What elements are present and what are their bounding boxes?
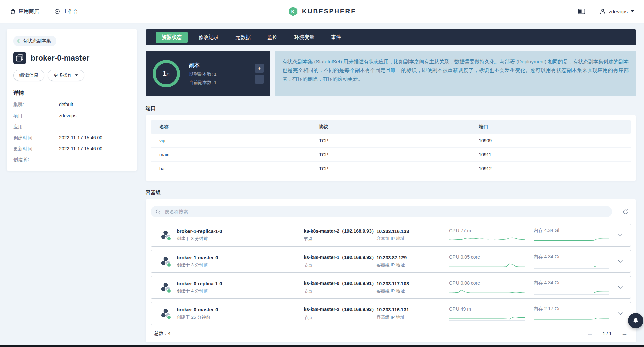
pod-node: ks-k8s-master-1（192.168.9.92）	[304, 255, 377, 261]
workbench-icon	[54, 9, 60, 14]
pods-search-row	[151, 206, 631, 217]
toolbox-icon[interactable]	[578, 9, 585, 14]
pod-cpu-col: CPU 0.08 core	[449, 280, 533, 294]
pod-icon	[159, 228, 172, 242]
pod-ip: 10.233.87.129	[376, 255, 449, 260]
sidebar-actions: 编辑信息 更多操作	[13, 70, 130, 81]
app-store-icon	[10, 9, 16, 14]
tab-label: 监控	[267, 34, 277, 41]
increase-replica-button[interactable]: +	[255, 64, 264, 73]
pod-name[interactable]: broker-1-replica-1-0	[177, 229, 304, 234]
tab[interactable]: 元数据	[229, 32, 257, 43]
navbar-left: 应用商店 工作台	[10, 8, 78, 15]
user-icon	[600, 8, 606, 14]
memory-sparkline	[534, 235, 609, 242]
detail-tabbar: 资源状态 修改记录 元数据 监控 环境变量 事件	[146, 29, 636, 45]
pod-memory-col: 内存 4.34 Gi	[534, 280, 618, 295]
tab[interactable]: 监控	[261, 32, 283, 43]
ports-table-body: vip TCP 10909 main TCP 10911 ha TCP 1091…	[151, 134, 631, 176]
edit-info-button[interactable]: 编辑信息	[13, 70, 44, 81]
detail-row: 项目: zdevops	[13, 113, 130, 119]
chevron-down-icon[interactable]	[618, 234, 623, 236]
details-list: 集群: default 项目: zdevops 应用: - 创建时间: 2022…	[13, 101, 130, 163]
pod-name-col: broker-0-master-0 创建于 25 分钟前	[177, 307, 304, 320]
port-name: main	[159, 152, 319, 157]
user-menu[interactable]: zdevops	[600, 8, 634, 14]
pod-node-col: ks-k8s-master-1（192.168.9.92） 节点	[304, 255, 377, 268]
detail-row: 集群: default	[13, 101, 130, 108]
detail-value: zdevops	[59, 113, 76, 119]
back-to-statefulsets[interactable]: 有状态副本集	[13, 36, 56, 46]
statefulset-info-tip: 有状态副本集 (StatefulSet) 用来描述有状态应用，比如副本之间有主从…	[275, 51, 636, 96]
ports-table-header: 名称 协议 端口	[151, 120, 631, 134]
prev-page-icon[interactable]: ←	[587, 330, 593, 337]
kubesphere-logo[interactable]: K KUBESPHERE	[288, 6, 356, 17]
pod-memory-col: 内存 4.34 Gi	[534, 254, 618, 269]
port-row: vip TCP 10909	[151, 134, 631, 148]
replica-donut: 1 /1	[152, 60, 180, 88]
pod-name[interactable]: broker-0-replica-1-0	[177, 281, 304, 286]
chevron-left-icon	[17, 39, 20, 43]
pod-node: ks-k8s-master-0（192.168.9.91）	[304, 281, 377, 287]
pod-ip-label: 容器组 IP 地址	[376, 314, 449, 320]
tab[interactable]: 事件	[325, 32, 347, 43]
detail-value: -	[59, 124, 61, 130]
pod-search-input[interactable]	[164, 209, 607, 215]
port-row: main TCP 10911	[151, 148, 631, 162]
nav-workbench[interactable]: 工作台	[54, 8, 78, 15]
pod-memory-value: 内存 4.34 Gi	[534, 228, 618, 234]
decrease-replica-button[interactable]: −	[255, 75, 264, 84]
nav-app-store[interactable]: 应用商店	[10, 8, 39, 15]
replica-count-total: /1	[167, 72, 170, 77]
tab[interactable]: 资源状态	[156, 32, 188, 43]
tab[interactable]: 修改记录	[193, 32, 225, 43]
pod-created-time: 创建于 25 分钟前	[177, 314, 304, 320]
username: zdevops	[609, 9, 628, 14]
cpu-sparkline	[449, 235, 525, 242]
pod-ip: 10.233.116.131	[376, 307, 449, 313]
pod-name-col: broker-1-master-0 创建于 3 分钟前	[177, 255, 304, 268]
pod-search-box[interactable]	[151, 206, 612, 217]
replica-count: 1 /1	[152, 60, 180, 88]
pod-list: broker-1-replica-1-0 创建于 3 分钟前 ks-k8s-ma…	[151, 224, 631, 325]
pod-row[interactable]: broker-0-master-0 创建于 25 分钟前 ks-k8s-mast…	[151, 302, 631, 325]
nav-workbench-label: 工作台	[63, 8, 78, 15]
pod-memory-value: 内存 4.34 Gi	[534, 280, 618, 286]
tab-label: 资源状态	[162, 34, 182, 41]
chevron-down-icon[interactable]	[618, 260, 623, 263]
pod-memory-value: 内存 2.17 Gi	[534, 306, 618, 312]
next-page-icon[interactable]: →	[621, 330, 628, 337]
pod-ip-col: 10.233.116.133 容器组 IP 地址	[376, 229, 449, 242]
detail-value: 2022-11-17 15:46:00	[59, 135, 102, 141]
tab[interactable]: 环境变量	[288, 32, 320, 43]
detail-label: 项目:	[13, 113, 59, 119]
detail-row: 创建时间: 2022-11-17 15:46:00	[13, 135, 130, 141]
pod-node-col: ks-k8s-master-2（192.168.9.93） 节点	[304, 228, 377, 242]
replica-card: 1 /1 副本 期望副本数: 1 当前副本数: 1 + −	[146, 51, 270, 96]
cpu-sparkline	[449, 261, 525, 268]
chevron-down-icon[interactable]	[618, 312, 623, 315]
navbar-right: zdevops	[578, 8, 634, 14]
pod-row[interactable]: broker-0-replica-1-0 创建于 4 分钟前 ks-k8s-ma…	[151, 276, 631, 299]
pod-name[interactable]: broker-1-master-0	[177, 255, 304, 260]
statefulset-icon	[13, 52, 26, 64]
more-actions-button[interactable]: 更多操作	[48, 70, 84, 81]
chevron-down-icon[interactable]	[618, 286, 623, 289]
pod-name[interactable]: broker-0-master-0	[177, 307, 304, 313]
pod-row[interactable]: broker-1-replica-1-0 创建于 3 分钟前 ks-k8s-ma…	[151, 224, 631, 247]
port-number: 10911	[479, 152, 622, 157]
ports-header-port: 端口	[479, 124, 622, 130]
refresh-button[interactable]	[620, 206, 631, 217]
detail-value: default	[59, 101, 73, 108]
pod-row[interactable]: broker-1-master-0 创建于 3 分钟前 ks-k8s-maste…	[151, 250, 631, 273]
pagination: ← 1 / 1 →	[587, 330, 628, 337]
detail-value: 2022-11-17 15:46:00	[59, 146, 102, 152]
pod-ip-label: 容器组 IP 地址	[376, 288, 449, 294]
detail-row: 应用: -	[13, 124, 130, 130]
status-row: 1 /1 副本 期望副本数: 1 当前副本数: 1 + − 有状态副本集 (St…	[146, 51, 636, 96]
notification-fab[interactable]	[628, 313, 643, 328]
replica-info: 副本 期望副本数: 1 当前副本数: 1	[189, 62, 217, 86]
bell-icon	[632, 317, 639, 324]
replica-label: 副本	[189, 62, 217, 69]
pod-node: ks-k8s-master-2（192.168.9.93）	[304, 228, 377, 234]
